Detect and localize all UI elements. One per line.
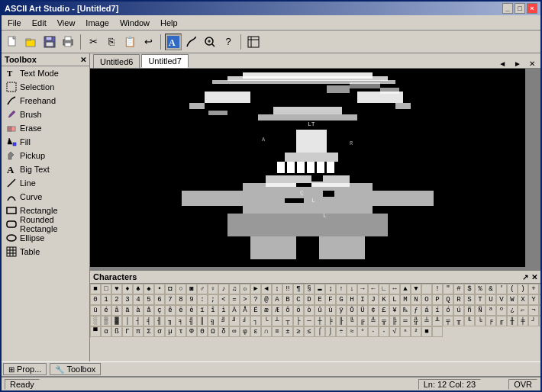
- char-cell[interactable]: #: [453, 284, 464, 294]
- char-cell[interactable]: ┘: [528, 316, 539, 326]
- char-cell[interactable]: Φ: [186, 326, 197, 337]
- char-cell[interactable]: 8: [176, 294, 186, 305]
- char-cell[interactable]: ◙: [186, 284, 197, 294]
- char-cell[interactable]: î: [208, 305, 218, 316]
- tab-scroll-left[interactable]: ◄: [496, 59, 508, 68]
- menu-view[interactable]: View: [53, 17, 80, 29]
- char-cell[interactable]: Θ: [197, 326, 208, 337]
- char-cell[interactable]: ╔: [357, 316, 368, 326]
- char-cell[interactable]: ª: [486, 305, 496, 316]
- char-cell[interactable]: 9: [186, 294, 197, 305]
- char-cell[interactable]: 0: [90, 294, 101, 305]
- zoom-button[interactable]: [202, 34, 218, 50]
- char-cell[interactable]: ○: [176, 284, 186, 294]
- char-cell[interactable]: ←: [368, 284, 379, 294]
- char-cell[interactable]: ): [518, 284, 528, 294]
- char-cell[interactable]: π: [133, 326, 144, 337]
- char-cell[interactable]: ↨: [325, 284, 336, 294]
- char-cell[interactable]: ╛: [240, 316, 250, 326]
- char-cell[interactable]: Y: [528, 294, 539, 305]
- char-cell[interactable]: ¬: [528, 305, 539, 316]
- char-cell[interactable]: ☼: [240, 284, 250, 294]
- canvas-scroll[interactable]: Ç L L R A LT: [90, 69, 540, 270]
- char-cell[interactable]: ·: [379, 326, 389, 337]
- char-cell[interactable]: ╓: [496, 316, 507, 326]
- char-cell[interactable]: φ: [240, 326, 250, 337]
- char-cell[interactable]: ↕: [272, 284, 282, 294]
- char-cell[interactable]: Ö: [347, 305, 357, 316]
- char-cell[interactable]: ä: [122, 305, 133, 316]
- paste-button[interactable]: 📋: [121, 34, 138, 50]
- char-cell[interactable]: £: [379, 305, 389, 316]
- char-cell[interactable]: Ä: [229, 305, 240, 316]
- char-cell[interactable]: ₧: [400, 305, 411, 316]
- menu-file[interactable]: File: [3, 17, 26, 29]
- char-cell[interactable]: [432, 326, 443, 337]
- char-cell[interactable]: É: [250, 305, 261, 316]
- char-cell[interactable]: │: [122, 316, 133, 326]
- char-cell[interactable]: ╚: [347, 316, 357, 326]
- char-cell[interactable]: O: [421, 294, 432, 305]
- char-cell[interactable]: ÿ: [336, 305, 347, 316]
- char-cell[interactable]: ╗: [208, 316, 218, 326]
- char-cell[interactable]: º: [496, 305, 507, 316]
- char-cell[interactable]: └: [261, 316, 272, 326]
- menu-help[interactable]: Help: [156, 17, 182, 29]
- char-cell[interactable]: ?: [250, 294, 261, 305]
- char-cell[interactable]: ⌐: [518, 305, 528, 316]
- char-cell[interactable]: ╫: [507, 316, 518, 326]
- char-cell[interactable]: •: [154, 284, 165, 294]
- char-cell[interactable]: ↓: [347, 284, 357, 294]
- char-cell[interactable]: ε: [250, 326, 261, 337]
- char-cell[interactable]: ┌: [539, 316, 540, 326]
- char-cell[interactable]: ├: [293, 316, 304, 326]
- char-cell[interactable]: ♪: [218, 284, 229, 294]
- tool-brush[interactable]: Brush: [2, 108, 89, 121]
- char-cell[interactable]: Γ: [122, 326, 133, 337]
- char-cell[interactable]: ◘: [165, 284, 176, 294]
- char-cell[interactable]: T: [475, 294, 486, 305]
- char-cell[interactable]: δ: [218, 326, 229, 337]
- tab-untitled7[interactable]: Untitled7: [141, 54, 188, 68]
- char-cell[interactable]: ╨: [432, 316, 443, 326]
- char-cell[interactable]: ↔: [389, 284, 400, 294]
- print-button[interactable]: [60, 34, 76, 50]
- char-cell[interactable]: →: [357, 284, 368, 294]
- new-button[interactable]: [5, 34, 21, 50]
- char-cell[interactable]: !: [432, 284, 443, 294]
- tool-text-mode[interactable]: T Text Mode: [2, 66, 89, 80]
- char-cell[interactable]: ┬: [282, 316, 293, 326]
- char-cell[interactable]: (: [507, 284, 518, 294]
- char-cell[interactable]: ⌠: [315, 326, 325, 337]
- tool-table[interactable]: Table: [2, 245, 89, 259]
- char-cell[interactable]: ¥: [389, 305, 400, 316]
- char-cell[interactable]: ╩: [368, 316, 379, 326]
- tool-selection[interactable]: Selection: [2, 80, 89, 94]
- char-cell[interactable]: $: [464, 284, 475, 294]
- char-cell[interactable]: Ü: [357, 305, 368, 316]
- char-cell[interactable]: B: [282, 294, 293, 305]
- undo-button[interactable]: ↩: [140, 34, 156, 50]
- char-cell[interactable]: ò: [304, 305, 315, 316]
- char-cell[interactable]: ß: [111, 326, 122, 337]
- char-cell[interactable]: ╞: [325, 316, 336, 326]
- char-cell[interactable]: □: [101, 284, 111, 294]
- char-cell[interactable]: ═: [400, 316, 411, 326]
- char-cell[interactable]: 4: [133, 294, 144, 305]
- char-cell[interactable]: Σ: [144, 326, 154, 337]
- char-cell[interactable]: A: [272, 294, 282, 305]
- char-cell[interactable]: H: [347, 294, 357, 305]
- char-cell[interactable]: &: [486, 284, 496, 294]
- char-cell[interactable]: ⁿ: [400, 326, 411, 337]
- freehand-button[interactable]: [183, 34, 200, 50]
- char-cell[interactable]: W: [507, 294, 518, 305]
- char-cell[interactable]: ì: [218, 305, 229, 316]
- panel-tab-properties[interactable]: ⊞ Prop...: [3, 363, 47, 375]
- char-cell[interactable]: Q: [443, 294, 453, 305]
- char-cell[interactable]: F: [325, 294, 336, 305]
- char-cell[interactable]: ƒ: [411, 305, 421, 316]
- char-cell[interactable]: ≈: [347, 326, 357, 337]
- char-cell[interactable]: τ: [176, 326, 186, 337]
- canvas-art-area[interactable]: Ç L L R A LT: [90, 69, 525, 267]
- char-cell[interactable]: ╢: [154, 316, 165, 326]
